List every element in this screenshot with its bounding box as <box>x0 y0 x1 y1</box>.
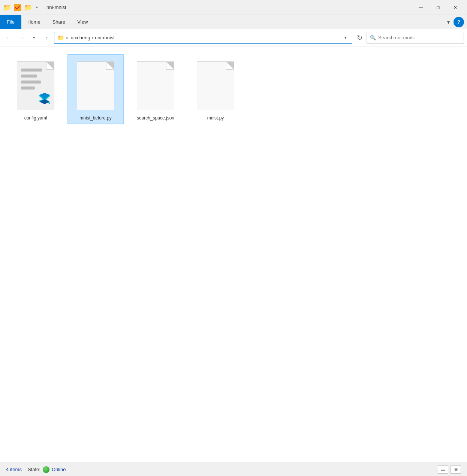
doc-icon-plain2 <box>137 61 174 110</box>
breadcrumb-part2[interactable]: nni-mnist <box>95 35 115 40</box>
title-bar-folder2-icon: 📁 <box>24 3 32 12</box>
title-separator <box>41 4 41 11</box>
vscode-icon <box>38 92 51 107</box>
refresh-button[interactable]: ↻ <box>354 32 365 43</box>
forward-button[interactable]: → <box>16 32 27 43</box>
status-view-controls: ≡≡ ⊞ <box>438 466 461 474</box>
status-state: State: Online <box>28 466 66 473</box>
state-label: State: <box>28 467 40 472</box>
file-label: mnist_before.py <box>79 115 111 121</box>
nav-bar: ← → ▾ ↑ 📁 » qixcheng › nni-mnist ▾ ↻ 🔍 <box>0 29 467 46</box>
icon-view-button[interactable]: ⊞ <box>451 466 461 474</box>
files-grid: config.yaml mnist_before.py search_space… <box>7 54 460 124</box>
file-item[interactable]: mnist_before.py <box>67 54 124 124</box>
maximize-button[interactable]: □ <box>430 1 447 13</box>
main-content: config.yaml mnist_before.py search_space… <box>0 46 467 463</box>
doc-icon-plain <box>77 61 114 110</box>
file-label: search_space.json <box>137 115 174 121</box>
detail-view-button[interactable]: ≡≡ <box>438 466 448 474</box>
file-icon-mnist-before <box>73 58 118 114</box>
doc-icon <box>17 61 54 110</box>
minimize-button[interactable]: — <box>412 1 430 13</box>
file-item[interactable]: config.yaml <box>7 54 64 124</box>
search-input[interactable] <box>378 35 461 40</box>
title-bar-icons: 📁 📁 ▾ <box>3 3 39 12</box>
doc-icon-plain3 <box>197 61 234 110</box>
title-bar-folder-icon: 📁 <box>3 3 11 12</box>
breadcrumb-part1[interactable]: qixcheng <box>71 35 90 40</box>
online-label: Online <box>52 467 66 472</box>
online-indicator-icon <box>43 466 49 473</box>
status-bar: 4 items State: Online ≡≡ ⊞ <box>0 463 467 476</box>
title-bar: 📁 📁 ▾ nni-mnist — □ ✕ <box>0 0 467 15</box>
file-label: mnist.py <box>207 115 224 121</box>
menu-share[interactable]: Share <box>46 15 72 29</box>
breadcrumb-separator: › <box>92 35 93 40</box>
up-button[interactable]: ↑ <box>41 32 52 43</box>
back-button[interactable]: ← <box>3 32 14 43</box>
breadcrumb: qixcheng › nni-mnist <box>71 35 115 40</box>
file-item[interactable]: search_space.json <box>127 54 184 124</box>
window-controls: — □ ✕ <box>412 1 464 13</box>
menu-chevron-icon[interactable]: ▾ <box>443 15 454 29</box>
address-bar[interactable]: 📁 » qixcheng › nni-mnist ▾ <box>54 32 352 44</box>
close-button[interactable]: ✕ <box>447 1 464 13</box>
file-icon-search-space <box>133 58 178 114</box>
address-folder-icon: 📁 <box>57 34 64 41</box>
window-title: nni-mnist <box>43 4 412 10</box>
menu-bar: File Home Share View ▾ ? <box>0 15 467 29</box>
file-label: config.yaml <box>24 115 47 121</box>
file-icon-mnist <box>193 58 238 114</box>
menu-home[interactable]: Home <box>21 15 46 29</box>
address-sep: » <box>66 35 69 40</box>
menu-file[interactable]: File <box>0 15 21 29</box>
title-bar-check-icon <box>13 3 22 12</box>
item-count: 4 items <box>6 467 22 472</box>
file-item[interactable]: mnist.py <box>187 54 244 124</box>
file-icon-config <box>13 58 58 114</box>
title-bar-dropdown[interactable]: ▾ <box>34 4 39 10</box>
search-icon: 🔍 <box>370 35 376 40</box>
help-button[interactable]: ? <box>454 17 464 27</box>
nav-dropdown-button[interactable]: ▾ <box>28 32 40 43</box>
search-bar[interactable]: 🔍 <box>367 32 464 44</box>
address-dropdown-icon[interactable]: ▾ <box>342 35 349 40</box>
menu-view[interactable]: View <box>71 15 94 29</box>
